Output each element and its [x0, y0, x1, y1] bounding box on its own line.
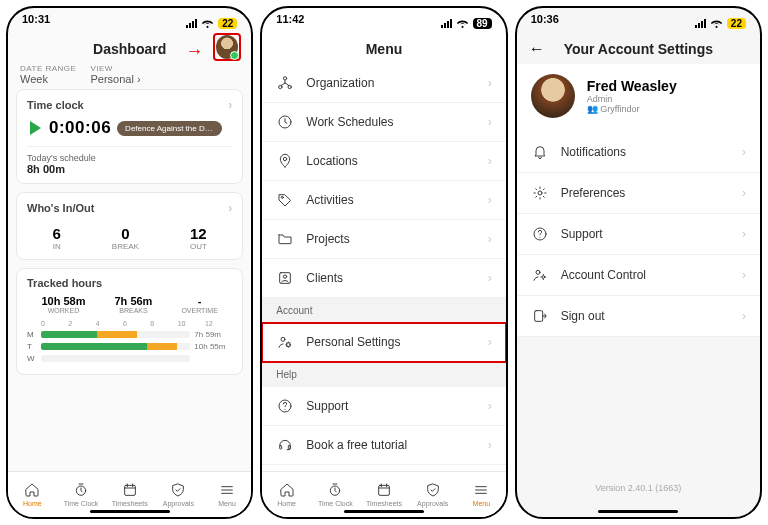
menu-list: Organization›Work Schedules›Locations›Ac…: [262, 64, 505, 471]
header: ← Your Account Settings: [517, 34, 760, 64]
avatar-icon: [216, 35, 238, 59]
page-title: Your Account Settings: [564, 41, 713, 57]
menu-item-clients[interactable]: Clients›: [262, 259, 505, 298]
folder-icon: [276, 230, 294, 248]
chevron-right-icon: ›: [488, 154, 492, 168]
screen-menu: 11:42 89 Menu Organization›Work Schedule…: [260, 6, 507, 519]
filters-row: DATE RANGE Week VIEW Personal ›: [8, 64, 251, 89]
menu-item-work-schedules[interactable]: Work Schedules›: [262, 103, 505, 142]
loc-icon: [276, 152, 294, 170]
activity-badge[interactable]: Defence Against the Dark...: [117, 121, 222, 136]
tab-home[interactable]: Home: [262, 472, 311, 517]
battery-badge: 22: [218, 18, 237, 29]
settings-item-preferences[interactable]: Preferences›: [517, 173, 760, 214]
wifi-icon: [201, 19, 214, 29]
menu-item-activities[interactable]: Activities›: [262, 181, 505, 220]
timer-value: 0:00:06: [49, 118, 111, 138]
svg-rect-1: [124, 485, 135, 495]
status-time: 10:31: [22, 13, 50, 34]
svg-point-2: [284, 77, 287, 80]
user-group: 👥 Gryffindor: [587, 104, 677, 114]
tab-label: Approvals: [417, 500, 448, 507]
home-indicator: [344, 510, 424, 513]
sched-icon: [276, 113, 294, 131]
status-bar: 10:31 22: [8, 8, 251, 34]
profile-avatar-button[interactable]: [213, 33, 241, 61]
menu-item-projects[interactable]: Projects›: [262, 220, 505, 259]
settings-item-notifications[interactable]: Notifications›: [517, 132, 760, 173]
svg-point-10: [281, 337, 285, 341]
tab-home[interactable]: Home: [8, 472, 57, 517]
status-bar: 11:42 89: [262, 8, 505, 34]
tab-menu[interactable]: Menu: [203, 472, 252, 517]
tab-menu[interactable]: Menu: [457, 472, 506, 517]
home-icon: [279, 482, 295, 498]
menu-item-locations[interactable]: Locations›: [262, 142, 505, 181]
svg-rect-23: [534, 311, 542, 322]
home-indicator: [598, 510, 678, 513]
menu-item-label: Support: [306, 399, 348, 413]
tab-label: Timesheets: [112, 500, 148, 507]
menu-item-label: Work Schedules: [306, 115, 393, 129]
play-icon[interactable]: [27, 120, 43, 136]
wifi-icon: [710, 19, 723, 29]
menu-item-personal-settings[interactable]: Personal Settings›: [262, 323, 505, 362]
menu-item-organization[interactable]: Organization›: [262, 64, 505, 103]
chevron-right-icon: ›: [488, 115, 492, 129]
tracked-hours-chart: M7h 59mT10h 55mW: [27, 330, 232, 363]
tab-label: Time Clock: [318, 500, 353, 507]
settings-item-label: Sign out: [561, 309, 605, 323]
settings-item-account-control[interactable]: Account Control›: [517, 255, 760, 296]
filter-view[interactable]: VIEW Personal ›: [90, 64, 140, 85]
filter-date-range[interactable]: DATE RANGE Week: [20, 64, 76, 85]
chevron-right-icon: ›: [742, 268, 746, 282]
avatar-icon: [531, 74, 575, 118]
gear-icon: [531, 184, 549, 202]
menu-icon: [219, 482, 235, 498]
chevron-right-icon: ›: [228, 98, 232, 112]
support-icon: [531, 225, 549, 243]
signout-icon: [531, 307, 549, 325]
settings-item-support[interactable]: Support›: [517, 214, 760, 255]
section-header: Account: [262, 298, 505, 323]
clock-icon: [73, 482, 89, 498]
section-header: Help: [262, 362, 505, 387]
page-title: Dashboard: [93, 41, 166, 57]
bell-icon: [531, 143, 549, 161]
back-button[interactable]: ←: [529, 40, 545, 58]
svg-point-21: [536, 270, 540, 274]
signal-icon: [186, 19, 197, 28]
headset-icon: [276, 436, 294, 454]
tab-label: Home: [277, 500, 296, 507]
menu-item-label: Personal Settings: [306, 335, 400, 349]
tag-icon: [276, 191, 294, 209]
svg-rect-15: [289, 446, 291, 449]
tracked-hours-card[interactable]: Tracked hours 10h 58mWORKED 7h 56mBREAKS…: [16, 268, 243, 375]
menu-item-label: Activities: [306, 193, 353, 207]
home-indicator: [90, 510, 170, 513]
svg-point-18: [538, 191, 542, 195]
chevron-right-icon: ›: [488, 271, 492, 285]
page-title: Menu: [366, 41, 403, 57]
clock-icon: [327, 482, 343, 498]
time-clock-card[interactable]: Time clock › 0:00:06 Defence Against the…: [16, 89, 243, 184]
chevron-right-icon: ›: [742, 227, 746, 241]
tab-label: Time Clock: [64, 500, 99, 507]
menu-item-support[interactable]: Support›: [262, 387, 505, 426]
signal-icon: [441, 19, 452, 28]
menu-item-label: Locations: [306, 154, 357, 168]
svg-point-20: [539, 237, 540, 238]
menu-item-book-a-free-tutorial[interactable]: Book a free tutorial›: [262, 426, 505, 465]
whos-in-out-card[interactable]: Who's In/Out › 6IN 0BREAK 12OUT: [16, 192, 243, 260]
svg-point-6: [284, 157, 287, 160]
chevron-right-icon: ›: [488, 438, 492, 452]
svg-point-9: [284, 275, 287, 278]
screen-account-settings: 10:36 22 ← Your Account Settings Fred We…: [515, 6, 762, 519]
account-summary[interactable]: Fred Weasley Admin 👥 Gryffindor: [517, 64, 760, 132]
settings-item-label: Account Control: [561, 268, 646, 282]
today-schedule: Today's schedule 8h 00m: [27, 146, 232, 175]
approvals-icon: [170, 482, 186, 498]
settings-item-sign-out[interactable]: Sign out›: [517, 296, 760, 337]
battery-badge: 89: [473, 18, 492, 29]
settings-item-label: Preferences: [561, 186, 626, 200]
